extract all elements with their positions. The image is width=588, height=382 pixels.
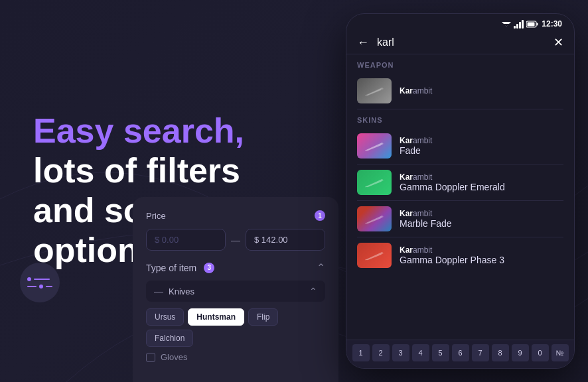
knife-tags: Ursus Huntsman Flip Falchion bbox=[146, 308, 325, 347]
price-row: Price 1 bbox=[146, 210, 325, 221]
search-input[interactable]: karl bbox=[377, 36, 546, 48]
fade-item-info: Karambit Fade bbox=[400, 136, 563, 156]
filter-icon-circle[interactable] bbox=[20, 263, 60, 302]
svg-marker-1 bbox=[503, 24, 510, 27]
phase3-thumbnail bbox=[357, 243, 392, 268]
phase3-skin-name: Gamma Doppler Phase 3 bbox=[400, 255, 563, 265]
filter-line-2 bbox=[27, 285, 52, 288]
weapon-item-name: Karambit bbox=[400, 86, 563, 96]
price-to-input[interactable]: $ 142.00 bbox=[246, 229, 325, 251]
gloves-label: Gloves bbox=[161, 352, 187, 362]
status-icons bbox=[502, 20, 538, 29]
knives-row: — Knives ⌃ bbox=[146, 281, 325, 302]
tag-huntsman[interactable]: Huntsman bbox=[188, 308, 244, 326]
tag-flip[interactable]: Flip bbox=[248, 308, 278, 326]
marble-item-info: Karambit Marble Fade bbox=[400, 209, 563, 229]
knives-chevron-icon[interactable]: ⌃ bbox=[309, 286, 317, 296]
marble-weapon-name: Karambit bbox=[400, 209, 563, 218]
gloves-checkbox[interactable] bbox=[146, 353, 155, 362]
price-from-input[interactable]: $ 0.00 bbox=[146, 229, 226, 251]
gloves-row: Gloves bbox=[146, 352, 325, 362]
key-4[interactable]: 4 bbox=[412, 344, 429, 361]
svg-rect-3 bbox=[537, 23, 538, 25]
battery-icon bbox=[526, 21, 538, 28]
filter-bar bbox=[34, 279, 50, 280]
key-6[interactable]: 6 bbox=[452, 344, 469, 361]
price-inputs: $ 0.00 — $ 142.00 bbox=[146, 229, 325, 251]
skin-result-marble[interactable]: Karambit Marble Fade bbox=[346, 201, 574, 237]
back-arrow-icon[interactable]: ← bbox=[357, 36, 369, 50]
key-num[interactable]: № bbox=[551, 344, 569, 361]
search-bar[interactable]: ← karl ✕ bbox=[346, 31, 574, 54]
results-area[interactable]: WEAPON Karambit SKINS bbox=[346, 54, 574, 349]
key-9[interactable]: 9 bbox=[512, 344, 529, 361]
tag-ursus[interactable]: Ursus bbox=[146, 308, 184, 326]
weapon-name-highlight: Kar bbox=[400, 86, 413, 96]
type-header: Type of item 3 ⌃ bbox=[146, 261, 325, 274]
phase3-weapon-name: Karambit bbox=[400, 245, 563, 255]
status-time: 12:30 bbox=[542, 19, 562, 29]
marble-skin-name: Marble Fade bbox=[400, 218, 563, 229]
fade-thumbnail bbox=[357, 133, 392, 159]
tag-falchion[interactable]: Falchion bbox=[146, 330, 193, 347]
weapon-thumbnail bbox=[357, 78, 392, 103]
keyboard-row-numbers: 1 2 3 4 5 6 7 8 9 0 № bbox=[349, 344, 571, 361]
emerald-item-info: Karambit Gamma Doppler Emerald bbox=[400, 172, 563, 192]
signal-icon bbox=[514, 20, 524, 29]
headline-line2: lots of filters bbox=[33, 151, 240, 190]
emerald-weapon-name: Karambit bbox=[400, 172, 563, 182]
skin-result-emerald[interactable]: Karambit Gamma Doppler Emerald bbox=[346, 164, 574, 200]
weapon-result-item[interactable]: Karambit bbox=[346, 73, 574, 109]
phase3-item-info: Karambit Gamma Doppler Phase 3 bbox=[400, 245, 563, 265]
keyboard: 1 2 3 4 5 6 7 8 9 0 № bbox=[346, 340, 574, 368]
clear-icon[interactable]: ✕ bbox=[553, 35, 563, 50]
price-label: Price bbox=[146, 211, 311, 221]
type-section: Type of item 3 ⌃ — Knives ⌃ Ursus Huntsm… bbox=[146, 261, 325, 362]
filter-bar-2 bbox=[27, 286, 37, 287]
fade-skin-name: Fade bbox=[400, 145, 563, 156]
weapon-item-info: Karambit bbox=[400, 86, 563, 96]
marble-thumbnail bbox=[357, 206, 392, 231]
key-2[interactable]: 2 bbox=[372, 344, 390, 361]
status-bar: 12:30 bbox=[346, 14, 574, 31]
price-badge: 1 bbox=[315, 210, 325, 221]
wifi-icon bbox=[502, 21, 511, 27]
type-badge: 3 bbox=[204, 263, 214, 273]
filter-lines bbox=[27, 277, 52, 288]
key-7[interactable]: 7 bbox=[472, 344, 489, 361]
weapon-name-rest: ambit bbox=[413, 86, 432, 96]
knife-icon: — bbox=[154, 286, 163, 296]
key-0[interactable]: 0 bbox=[532, 344, 549, 361]
type-label: Type of item 3 bbox=[146, 263, 214, 273]
emerald-skin-name: Gamma Doppler Emerald bbox=[400, 182, 563, 192]
svg-rect-4 bbox=[528, 22, 535, 26]
search-query: karl bbox=[377, 36, 394, 48]
key-5[interactable]: 5 bbox=[432, 344, 449, 361]
key-1[interactable]: 1 bbox=[352, 344, 370, 361]
knives-label: — Knives bbox=[154, 286, 194, 296]
skins-section-label: SKINS bbox=[346, 109, 574, 128]
type-chevron-up-icon[interactable]: ⌃ bbox=[317, 261, 325, 274]
key-8[interactable]: 8 bbox=[492, 344, 509, 361]
emerald-thumbnail bbox=[357, 170, 392, 195]
filter-line-1 bbox=[27, 277, 52, 281]
skin-result-fade[interactable]: Karambit Fade bbox=[346, 128, 574, 164]
filter-bar-3 bbox=[46, 286, 52, 287]
skin-result-phase3[interactable]: Karambit Gamma Doppler Phase 3 bbox=[346, 237, 574, 273]
filter-dot-2 bbox=[39, 285, 43, 288]
price-dash: — bbox=[231, 235, 240, 245]
weapon-section-label: WEAPON bbox=[346, 54, 574, 73]
phone-mockup: 12:30 ← karl ✕ WEAPON Karambit bbox=[346, 13, 575, 369]
filter-dot bbox=[27, 277, 31, 281]
headline-purple: Easy search, bbox=[33, 111, 244, 150]
filter-panel: Price 1 $ 0.00 — $ 142.00 Type of item 3… bbox=[133, 197, 338, 382]
fade-weapon-name: Karambit bbox=[400, 136, 563, 145]
key-3[interactable]: 3 bbox=[392, 344, 409, 361]
